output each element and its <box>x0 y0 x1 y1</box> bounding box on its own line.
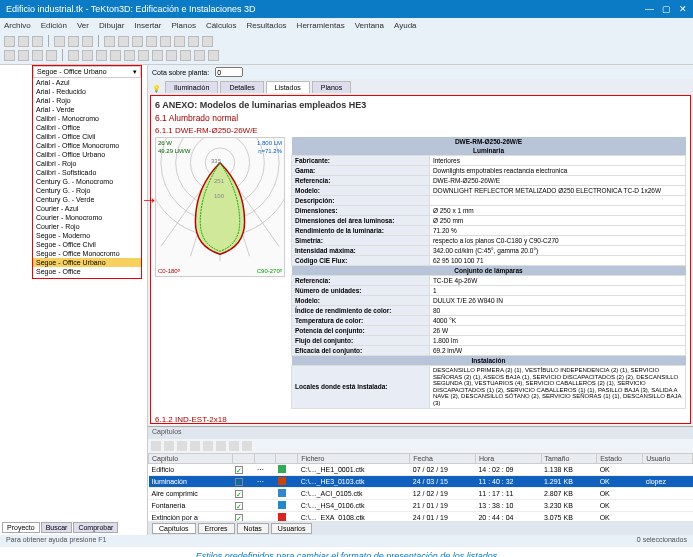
toolbar-button[interactable] <box>32 36 43 47</box>
toolbar-button[interactable] <box>166 50 177 61</box>
toolbar-button[interactable] <box>160 36 171 47</box>
style-dropdown[interactable]: Segoe - Office Urbano ▾ Arial - AzulAria… <box>32 65 142 279</box>
style-option[interactable]: Arial - Rojo <box>33 96 141 105</box>
toolbar-button[interactable] <box>46 50 57 61</box>
style-option[interactable]: Calibri - Office Monocromo <box>33 141 141 150</box>
toolbar-button[interactable] <box>104 36 115 47</box>
style-option[interactable]: Segoe - Office Monocromo <box>33 249 141 258</box>
style-option[interactable]: Courier - Rojo <box>33 222 141 231</box>
toolbar-button[interactable] <box>208 50 219 61</box>
toolbar-button[interactable] <box>177 441 187 451</box>
chapter-row[interactable]: Iluminación✓⋯C:\…_HE3_0103.ctk24 / 03 / … <box>149 476 693 488</box>
maximize-button[interactable]: ▢ <box>662 4 671 14</box>
toolbar-button[interactable] <box>68 36 79 47</box>
style-option[interactable]: Calibri - Rojo <box>33 159 141 168</box>
column-header[interactable] <box>232 454 254 464</box>
toolbar-button[interactable] <box>110 50 121 61</box>
toolbar-button[interactable] <box>54 36 65 47</box>
style-option[interactable]: Century G. - Verde <box>33 195 141 204</box>
toolbar-button[interactable] <box>203 441 213 451</box>
toolbar-button[interactable] <box>68 50 79 61</box>
menu-ventana[interactable]: Ventana <box>355 21 384 30</box>
floor-input[interactable] <box>215 67 243 77</box>
menu-edicion[interactable]: Edición <box>41 21 67 30</box>
minimize-button[interactable]: — <box>645 4 654 14</box>
style-option[interactable]: Arial - Reducido <box>33 87 141 96</box>
toolbar-button[interactable] <box>151 441 161 451</box>
style-option[interactable]: Arial - Azul <box>33 78 141 87</box>
style-option[interactable]: Calibri - Office Urbano <box>33 150 141 159</box>
tab-detalles[interactable]: Detalles <box>220 81 263 93</box>
toolbar-button[interactable] <box>194 50 205 61</box>
style-option[interactable]: Calibri - Monocromo <box>33 114 141 123</box>
toolbar-button[interactable] <box>18 50 29 61</box>
toolbar-button[interactable] <box>146 36 157 47</box>
menu-herramientas[interactable]: Herramientas <box>297 21 345 30</box>
tab-buscar[interactable]: Buscar <box>41 522 73 533</box>
tab-listados[interactable]: Listados <box>266 81 310 93</box>
style-option[interactable]: Courier - Monocromo <box>33 213 141 222</box>
toolbar-button[interactable] <box>188 36 199 47</box>
toolbar-button[interactable] <box>138 50 149 61</box>
column-header[interactable]: Fichero <box>298 454 410 464</box>
tab-planos[interactable]: Planos <box>312 81 351 93</box>
menu-calculos[interactable]: Cálculos <box>206 21 237 30</box>
tab-iluminacion[interactable]: Iluminación <box>165 81 218 93</box>
toolbar-button[interactable] <box>229 441 239 451</box>
column-header[interactable] <box>275 454 297 464</box>
check-icon[interactable]: ✓ <box>235 490 243 498</box>
column-header[interactable]: Capítulo <box>149 454 233 464</box>
toolbar-button[interactable] <box>190 441 200 451</box>
toolbar-button[interactable] <box>174 36 185 47</box>
menu-insertar[interactable]: Insertar <box>134 21 161 30</box>
toolbar-button[interactable] <box>180 50 191 61</box>
check-icon[interactable]: ✓ <box>235 478 243 486</box>
toolbar-button[interactable] <box>82 50 93 61</box>
column-header[interactable]: Fecha <box>410 454 476 464</box>
toolbar-button[interactable] <box>118 36 129 47</box>
menu-archivo[interactable]: Archivo <box>4 21 31 30</box>
column-header[interactable]: Tamaño <box>541 454 597 464</box>
toolbar-button[interactable] <box>96 50 107 61</box>
toolbar-button[interactable] <box>32 50 43 61</box>
style-option[interactable]: Calibri - Sofisticado <box>33 168 141 177</box>
style-option[interactable]: Calibri - Office <box>33 123 141 132</box>
style-option[interactable]: Arial - Verde <box>33 105 141 114</box>
menu-ver[interactable]: Ver <box>77 21 89 30</box>
menu-planos[interactable]: Planos <box>171 21 195 30</box>
toolbar-button[interactable] <box>152 50 163 61</box>
chevron-down-icon[interactable]: ▾ <box>133 68 137 76</box>
toolbar-button[interactable] <box>4 36 15 47</box>
style-option[interactable]: Century G. - Rojo <box>33 186 141 195</box>
toolbar-button[interactable] <box>164 441 174 451</box>
toolbar-button[interactable] <box>132 36 143 47</box>
close-button[interactable]: ✕ <box>679 4 687 14</box>
style-option[interactable]: Courier - Azul <box>33 204 141 213</box>
tab-capitulos[interactable]: Capítulos <box>152 523 196 534</box>
toolbar-button[interactable] <box>202 36 213 47</box>
style-option[interactable]: Segoe - Office Urbano <box>33 258 141 267</box>
tab-proyecto[interactable]: Proyecto <box>2 522 40 533</box>
chapter-row[interactable]: Edificio✓⋯C:\…_HE1_0001.ctk07 / 02 / 191… <box>149 464 693 476</box>
column-header[interactable]: Usuario <box>643 454 693 464</box>
toolbar-button[interactable] <box>124 50 135 61</box>
tab-comprobar[interactable]: Comprobar <box>73 522 118 533</box>
style-option[interactable]: Segoe - Office Civil <box>33 240 141 249</box>
style-option[interactable]: Century G. - Monocromo <box>33 177 141 186</box>
style-option[interactable]: Segoe - Office <box>33 267 141 276</box>
column-header[interactable]: Estado <box>597 454 643 464</box>
tab-errores[interactable]: Errores <box>198 523 235 534</box>
check-icon[interactable]: ✓ <box>235 502 243 510</box>
style-option[interactable]: Segoe - Moderno <box>33 231 141 240</box>
tab-notas[interactable]: Notas <box>237 523 269 534</box>
toolbar-button[interactable] <box>18 36 29 47</box>
check-icon[interactable]: ✓ <box>235 466 243 474</box>
toolbar-button[interactable] <box>242 441 252 451</box>
style-option[interactable]: Segoe - Sofisticado <box>33 276 141 278</box>
chapter-row[interactable]: Fontanería✓C:\…_HS4_0106.ctk21 / 01 / 19… <box>149 500 693 512</box>
column-header[interactable] <box>254 454 275 464</box>
menu-dibujar[interactable]: Dibujar <box>99 21 124 30</box>
column-header[interactable]: Hora <box>475 454 541 464</box>
menu-resultados[interactable]: Resultados <box>247 21 287 30</box>
toolbar-button[interactable] <box>216 441 226 451</box>
